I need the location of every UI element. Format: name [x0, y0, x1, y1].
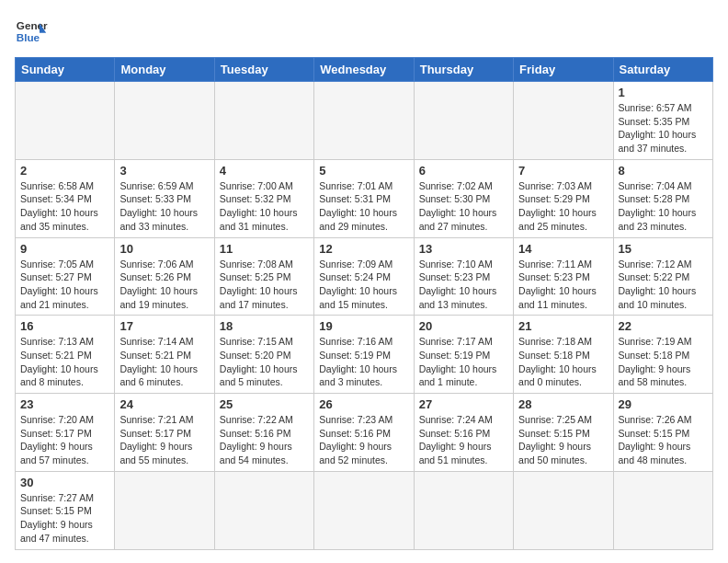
day-number: 4: [220, 164, 309, 178]
calendar-day: 25Sunrise: 7:22 AM Sunset: 5:16 PM Dayli…: [214, 394, 313, 472]
day-number: 20: [419, 319, 508, 333]
day-number: 11: [220, 242, 309, 256]
calendar-day: [115, 471, 214, 549]
day-info: Sunrise: 7:27 AM Sunset: 5:15 PM Dayligh…: [20, 491, 109, 546]
day-number: 13: [419, 242, 508, 256]
svg-text:Blue: Blue: [17, 31, 40, 43]
day-info: Sunrise: 7:04 AM Sunset: 5:28 PM Dayligh…: [619, 179, 708, 234]
calendar-day: 1Sunrise: 6:57 AM Sunset: 5:35 PM Daylig…: [613, 82, 712, 160]
calendar-day: 20Sunrise: 7:17 AM Sunset: 5:19 PM Dayli…: [414, 316, 513, 394]
day-info: Sunrise: 7:19 AM Sunset: 5:18 PM Dayligh…: [619, 335, 708, 389]
day-info: Sunrise: 7:01 AM Sunset: 5:31 PM Dayligh…: [319, 179, 408, 234]
day-number: 27: [419, 397, 508, 411]
logo: General Blue: [15, 15, 48, 48]
day-number: 7: [518, 164, 608, 178]
day-number: 2: [20, 164, 109, 178]
calendar-day: [514, 82, 613, 160]
day-info: Sunrise: 6:58 AM Sunset: 5:34 PM Dayligh…: [20, 179, 109, 234]
day-number: 6: [419, 164, 508, 178]
day-number: 8: [619, 164, 708, 178]
calendar-day: [214, 471, 313, 549]
calendar-day: 26Sunrise: 7:23 AM Sunset: 5:16 PM Dayli…: [314, 394, 414, 472]
day-number: 15: [619, 242, 708, 256]
day-number: 26: [319, 397, 408, 411]
day-info: Sunrise: 7:06 AM Sunset: 5:26 PM Dayligh…: [119, 258, 209, 312]
day-number: 18: [220, 319, 309, 333]
day-number: 14: [518, 242, 608, 256]
day-info: Sunrise: 7:11 AM Sunset: 5:23 PM Dayligh…: [518, 258, 608, 312]
calendar-day: [314, 471, 414, 549]
calendar-week-row: 2Sunrise: 6:58 AM Sunset: 5:34 PM Daylig…: [16, 159, 713, 237]
day-info: Sunrise: 7:26 AM Sunset: 5:15 PM Dayligh…: [619, 413, 708, 467]
day-info: Sunrise: 6:57 AM Sunset: 5:35 PM Dayligh…: [619, 101, 708, 155]
day-number: 22: [619, 319, 708, 333]
day-info: Sunrise: 7:05 AM Sunset: 5:27 PM Dayligh…: [20, 258, 109, 312]
day-info: Sunrise: 7:09 AM Sunset: 5:24 PM Dayligh…: [319, 258, 408, 312]
day-number: 9: [20, 242, 109, 256]
calendar-week-row: 23Sunrise: 7:20 AM Sunset: 5:17 PM Dayli…: [16, 394, 713, 472]
calendar-header-row: SundayMondayTuesdayWednesdayThursdayFrid…: [16, 58, 713, 82]
calendar-week-row: 30Sunrise: 7:27 AM Sunset: 5:15 PM Dayli…: [16, 471, 713, 549]
calendar-day: 24Sunrise: 7:21 AM Sunset: 5:17 PM Dayli…: [115, 394, 214, 472]
day-info: Sunrise: 7:03 AM Sunset: 5:29 PM Dayligh…: [518, 179, 608, 234]
day-number: 12: [319, 242, 408, 256]
calendar-day: 19Sunrise: 7:16 AM Sunset: 5:19 PM Dayli…: [314, 316, 414, 394]
day-info: Sunrise: 7:15 AM Sunset: 5:20 PM Dayligh…: [220, 335, 309, 389]
day-info: Sunrise: 6:59 AM Sunset: 5:33 PM Dayligh…: [119, 179, 209, 234]
calendar-day: 5Sunrise: 7:01 AM Sunset: 5:31 PM Daylig…: [314, 159, 414, 237]
calendar-day: [414, 82, 513, 160]
calendar-day: 10Sunrise: 7:06 AM Sunset: 5:26 PM Dayli…: [115, 237, 214, 316]
calendar-day: 29Sunrise: 7:26 AM Sunset: 5:15 PM Dayli…: [613, 394, 712, 472]
day-number: 30: [20, 476, 109, 489]
calendar-day: [613, 471, 712, 549]
day-number: 19: [319, 319, 408, 333]
calendar-day: 17Sunrise: 7:14 AM Sunset: 5:21 PM Dayli…: [115, 316, 214, 394]
calendar-day: [314, 82, 414, 160]
day-header-monday: Monday: [115, 58, 214, 82]
day-header-sunday: Sunday: [16, 58, 115, 82]
day-info: Sunrise: 7:23 AM Sunset: 5:16 PM Dayligh…: [319, 413, 408, 467]
calendar-day: 3Sunrise: 6:59 AM Sunset: 5:33 PM Daylig…: [115, 159, 214, 237]
calendar-day: [115, 82, 214, 160]
calendar-day: 28Sunrise: 7:25 AM Sunset: 5:15 PM Dayli…: [514, 394, 613, 472]
day-info: Sunrise: 7:21 AM Sunset: 5:17 PM Dayligh…: [119, 413, 209, 467]
day-header-wednesday: Wednesday: [314, 58, 414, 82]
calendar-day: 6Sunrise: 7:02 AM Sunset: 5:30 PM Daylig…: [414, 159, 513, 237]
calendar-day: 22Sunrise: 7:19 AM Sunset: 5:18 PM Dayli…: [613, 316, 712, 394]
day-info: Sunrise: 7:22 AM Sunset: 5:16 PM Dayligh…: [220, 413, 309, 467]
day-number: 17: [119, 319, 209, 333]
logo-icon: General Blue: [15, 15, 48, 48]
calendar-day: 12Sunrise: 7:09 AM Sunset: 5:24 PM Dayli…: [314, 237, 414, 316]
day-info: Sunrise: 7:02 AM Sunset: 5:30 PM Dayligh…: [419, 179, 508, 234]
calendar-day: 16Sunrise: 7:13 AM Sunset: 5:21 PM Dayli…: [16, 316, 115, 394]
calendar-day: 2Sunrise: 6:58 AM Sunset: 5:34 PM Daylig…: [16, 159, 115, 237]
calendar-day: 8Sunrise: 7:04 AM Sunset: 5:28 PM Daylig…: [613, 159, 712, 237]
calendar-day: [214, 82, 313, 160]
day-info: Sunrise: 7:24 AM Sunset: 5:16 PM Dayligh…: [419, 413, 508, 467]
day-info: Sunrise: 7:17 AM Sunset: 5:19 PM Dayligh…: [419, 335, 508, 389]
day-info: Sunrise: 7:00 AM Sunset: 5:32 PM Dayligh…: [220, 179, 309, 234]
calendar-week-row: 9Sunrise: 7:05 AM Sunset: 5:27 PM Daylig…: [16, 237, 713, 316]
calendar-day: 11Sunrise: 7:08 AM Sunset: 5:25 PM Dayli…: [214, 237, 313, 316]
day-number: 3: [119, 164, 209, 178]
calendar-day: 21Sunrise: 7:18 AM Sunset: 5:18 PM Dayli…: [514, 316, 613, 394]
day-number: 24: [119, 397, 209, 411]
calendar-day: 27Sunrise: 7:24 AM Sunset: 5:16 PM Dayli…: [414, 394, 513, 472]
day-number: 23: [20, 397, 109, 411]
day-number: 21: [518, 319, 608, 333]
calendar-day: [514, 471, 613, 549]
day-number: 10: [119, 242, 209, 256]
day-info: Sunrise: 7:13 AM Sunset: 5:21 PM Dayligh…: [20, 335, 109, 389]
day-number: 5: [319, 164, 408, 178]
day-header-friday: Friday: [514, 58, 613, 82]
day-info: Sunrise: 7:10 AM Sunset: 5:23 PM Dayligh…: [419, 258, 508, 312]
calendar-day: 18Sunrise: 7:15 AM Sunset: 5:20 PM Dayli…: [214, 316, 313, 394]
day-number: 28: [518, 397, 608, 411]
day-info: Sunrise: 7:16 AM Sunset: 5:19 PM Dayligh…: [319, 335, 408, 389]
day-header-tuesday: Tuesday: [214, 58, 313, 82]
calendar-day: [414, 471, 513, 549]
calendar-day: 23Sunrise: 7:20 AM Sunset: 5:17 PM Dayli…: [16, 394, 115, 472]
calendar-week-row: 1Sunrise: 6:57 AM Sunset: 5:35 PM Daylig…: [16, 82, 713, 160]
page-header: General Blue: [15, 15, 713, 48]
calendar-table: SundayMondayTuesdayWednesdayThursdayFrid…: [15, 57, 713, 550]
